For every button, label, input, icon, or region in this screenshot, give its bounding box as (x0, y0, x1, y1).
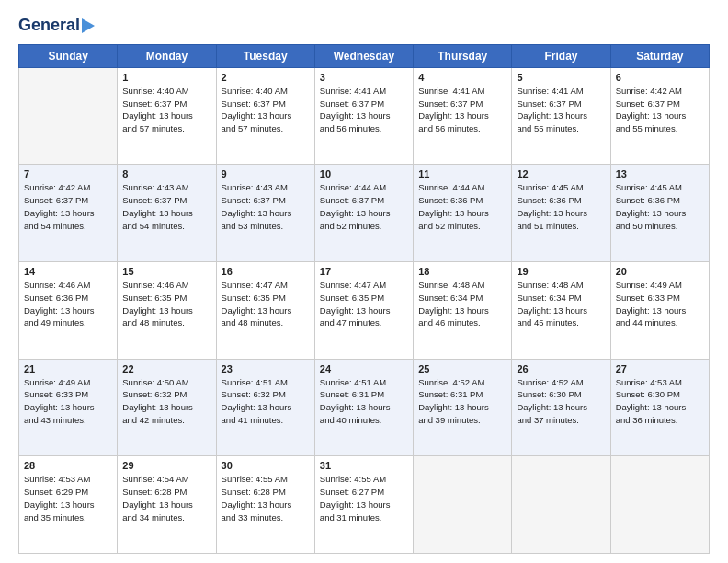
day-info: Sunrise: 4:55 AM Sunset: 6:27 PM Dayligh… (320, 473, 408, 523)
calendar-cell: 22Sunrise: 4:50 AM Sunset: 6:32 PM Dayli… (118, 359, 216, 456)
calendar-cell: 15Sunrise: 4:46 AM Sunset: 6:35 PM Dayli… (118, 262, 216, 360)
calendar-cell: 1Sunrise: 4:40 AM Sunset: 6:37 PM Daylig… (118, 67, 216, 165)
logo: General (18, 17, 95, 35)
calendar-week-1: 1Sunrise: 4:40 AM Sunset: 6:37 PM Daylig… (19, 67, 710, 165)
calendar-cell: 4Sunrise: 4:41 AM Sunset: 6:37 PM Daylig… (414, 67, 512, 165)
day-info: Sunrise: 4:43 AM Sunset: 6:37 PM Dayligh… (222, 181, 310, 232)
day-number: 2 (222, 72, 310, 83)
day-info: Sunrise: 4:47 AM Sunset: 6:35 PM Dayligh… (320, 279, 408, 329)
calendar-cell: 17Sunrise: 4:47 AM Sunset: 6:35 PM Dayli… (314, 262, 413, 360)
day-info: Sunrise: 4:45 AM Sunset: 6:36 PM Dayligh… (616, 181, 704, 232)
calendar-week-5: 28Sunrise: 4:53 AM Sunset: 6:29 PM Dayli… (19, 456, 710, 554)
calendar-cell: 30Sunrise: 4:55 AM Sunset: 6:28 PM Dayli… (216, 456, 314, 554)
day-info: Sunrise: 4:47 AM Sunset: 6:35 PM Dayligh… (222, 279, 310, 329)
calendar-cell: 10Sunrise: 4:44 AM Sunset: 6:37 PM Dayli… (314, 165, 413, 262)
day-info: Sunrise: 4:41 AM Sunset: 6:37 PM Dayligh… (517, 85, 605, 135)
day-number: 18 (418, 266, 506, 277)
calendar-cell: 20Sunrise: 4:49 AM Sunset: 6:33 PM Dayli… (610, 262, 709, 360)
day-info: Sunrise: 4:46 AM Sunset: 6:36 PM Dayligh… (24, 279, 112, 329)
day-header-wednesday: Wednesday (314, 44, 413, 67)
day-number: 31 (320, 460, 408, 471)
day-header-monday: Monday (118, 44, 216, 67)
calendar-cell (414, 456, 512, 554)
day-number: 15 (122, 266, 210, 277)
day-number: 12 (517, 168, 605, 179)
day-number: 1 (122, 72, 210, 83)
logo-line1: General (18, 17, 95, 35)
day-info: Sunrise: 4:41 AM Sunset: 6:37 PM Dayligh… (418, 85, 506, 135)
day-number: 9 (222, 168, 310, 179)
calendar-cell: 31Sunrise: 4:55 AM Sunset: 6:27 PM Dayli… (314, 456, 413, 554)
day-info: Sunrise: 4:46 AM Sunset: 6:35 PM Dayligh… (122, 279, 210, 329)
day-number: 25 (418, 363, 506, 374)
day-header-friday: Friday (512, 44, 610, 67)
day-info: Sunrise: 4:42 AM Sunset: 6:37 PM Dayligh… (616, 85, 704, 135)
calendar-cell: 27Sunrise: 4:53 AM Sunset: 6:30 PM Dayli… (610, 359, 709, 456)
calendar-week-2: 7Sunrise: 4:42 AM Sunset: 6:37 PM Daylig… (19, 165, 710, 262)
day-info: Sunrise: 4:48 AM Sunset: 6:34 PM Dayligh… (517, 279, 605, 329)
day-number: 4 (418, 72, 506, 83)
day-number: 8 (122, 168, 210, 179)
day-number: 28 (24, 460, 112, 471)
day-info: Sunrise: 4:44 AM Sunset: 6:36 PM Dayligh… (418, 181, 506, 232)
day-number: 6 (616, 72, 704, 83)
day-number: 14 (24, 266, 112, 277)
calendar-cell: 8Sunrise: 4:43 AM Sunset: 6:37 PM Daylig… (118, 165, 216, 262)
day-header-sunday: Sunday (19, 44, 118, 67)
calendar-cell: 11Sunrise: 4:44 AM Sunset: 6:36 PM Dayli… (414, 165, 512, 262)
page: General SundayMondayTuesdayWednesdayThur… (0, 0, 728, 563)
day-info: Sunrise: 4:49 AM Sunset: 6:33 PM Dayligh… (616, 279, 704, 329)
day-info: Sunrise: 4:40 AM Sunset: 6:37 PM Dayligh… (222, 85, 310, 135)
day-number: 24 (320, 363, 408, 374)
day-number: 20 (616, 266, 704, 277)
calendar-cell (512, 456, 610, 554)
day-info: Sunrise: 4:53 AM Sunset: 6:30 PM Dayligh… (616, 376, 704, 427)
day-info: Sunrise: 4:50 AM Sunset: 6:32 PM Dayligh… (122, 376, 210, 427)
calendar-cell: 14Sunrise: 4:46 AM Sunset: 6:36 PM Dayli… (19, 262, 118, 360)
day-number: 19 (517, 266, 605, 277)
calendar-cell: 26Sunrise: 4:52 AM Sunset: 6:30 PM Dayli… (512, 359, 610, 456)
calendar-week-4: 21Sunrise: 4:49 AM Sunset: 6:33 PM Dayli… (19, 359, 710, 456)
day-info: Sunrise: 4:45 AM Sunset: 6:36 PM Dayligh… (517, 181, 605, 232)
day-info: Sunrise: 4:44 AM Sunset: 6:37 PM Dayligh… (320, 181, 408, 232)
day-info: Sunrise: 4:52 AM Sunset: 6:30 PM Dayligh… (517, 376, 605, 427)
day-info: Sunrise: 4:40 AM Sunset: 6:37 PM Dayligh… (122, 85, 210, 135)
day-number: 26 (517, 363, 605, 374)
day-number: 22 (122, 363, 210, 374)
calendar-cell: 29Sunrise: 4:54 AM Sunset: 6:28 PM Dayli… (118, 456, 216, 554)
calendar-header-row: SundayMondayTuesdayWednesdayThursdayFrid… (19, 44, 710, 67)
calendar-cell: 21Sunrise: 4:49 AM Sunset: 6:33 PM Dayli… (19, 359, 118, 456)
calendar-cell: 12Sunrise: 4:45 AM Sunset: 6:36 PM Dayli… (512, 165, 610, 262)
day-number: 16 (222, 266, 310, 277)
calendar-cell: 3Sunrise: 4:41 AM Sunset: 6:37 PM Daylig… (314, 67, 413, 165)
day-info: Sunrise: 4:48 AM Sunset: 6:34 PM Dayligh… (418, 279, 506, 329)
calendar-cell (19, 67, 118, 165)
calendar-cell: 28Sunrise: 4:53 AM Sunset: 6:29 PM Dayli… (19, 456, 118, 554)
calendar-cell: 6Sunrise: 4:42 AM Sunset: 6:37 PM Daylig… (610, 67, 709, 165)
day-number: 29 (122, 460, 210, 471)
day-info: Sunrise: 4:55 AM Sunset: 6:28 PM Dayligh… (222, 473, 310, 523)
calendar-table: SundayMondayTuesdayWednesdayThursdayFrid… (18, 44, 710, 554)
calendar-cell: 24Sunrise: 4:51 AM Sunset: 6:31 PM Dayli… (314, 359, 413, 456)
calendar-week-3: 14Sunrise: 4:46 AM Sunset: 6:36 PM Dayli… (19, 262, 710, 360)
day-number: 3 (320, 72, 408, 83)
day-number: 13 (616, 168, 704, 179)
day-info: Sunrise: 4:52 AM Sunset: 6:31 PM Dayligh… (418, 376, 506, 427)
calendar-cell: 7Sunrise: 4:42 AM Sunset: 6:37 PM Daylig… (19, 165, 118, 262)
day-info: Sunrise: 4:43 AM Sunset: 6:37 PM Dayligh… (122, 181, 210, 232)
logo-text-general: General (18, 17, 80, 35)
day-info: Sunrise: 4:49 AM Sunset: 6:33 PM Dayligh… (24, 376, 112, 427)
day-header-thursday: Thursday (414, 44, 512, 67)
header: General (18, 17, 710, 35)
calendar-cell: 5Sunrise: 4:41 AM Sunset: 6:37 PM Daylig… (512, 67, 610, 165)
day-number: 10 (320, 168, 408, 179)
day-number: 23 (222, 363, 310, 374)
calendar-cell: 16Sunrise: 4:47 AM Sunset: 6:35 PM Dayli… (216, 262, 314, 360)
day-header-tuesday: Tuesday (216, 44, 314, 67)
day-number: 11 (418, 168, 506, 179)
day-info: Sunrise: 4:53 AM Sunset: 6:29 PM Dayligh… (24, 473, 112, 523)
day-info: Sunrise: 4:51 AM Sunset: 6:32 PM Dayligh… (222, 376, 310, 427)
calendar-cell (610, 456, 709, 554)
day-info: Sunrise: 4:54 AM Sunset: 6:28 PM Dayligh… (122, 473, 210, 523)
day-number: 7 (24, 168, 112, 179)
